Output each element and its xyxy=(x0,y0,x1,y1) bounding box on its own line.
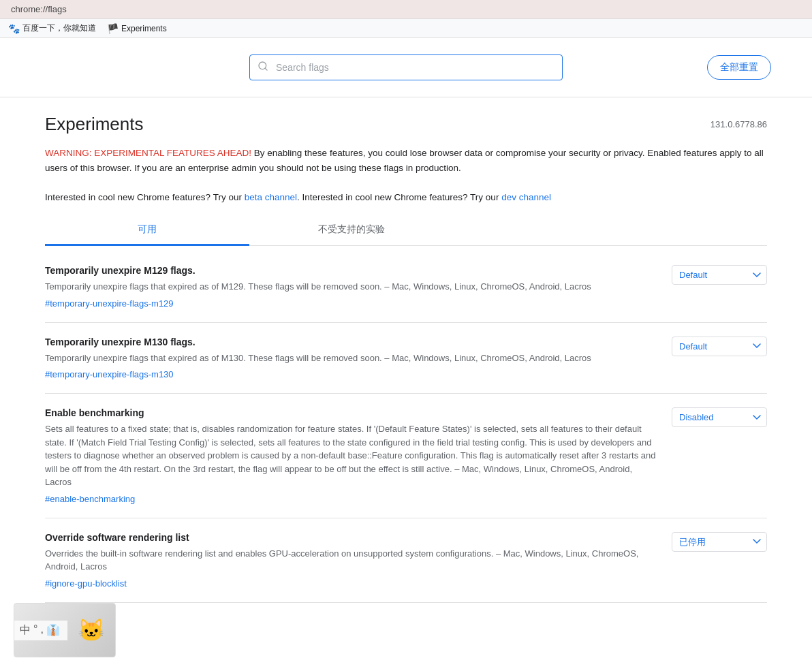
flag-desc-m130: Temporarily unexpire flags that expired … xyxy=(45,352,661,365)
search-container xyxy=(249,54,563,80)
flag-item-benchmarking: Enable benchmarking Sets all features to… xyxy=(45,394,767,518)
flag-control-benchmarking: Default Enabled Disabled xyxy=(672,407,767,427)
thumbnail-content: 中 ° , 👔 xyxy=(14,621,67,640)
flag-title-m130: Temporarily unexpire M130 flags. xyxy=(45,337,661,347)
tab-unsupported[interactable]: 不受支持的实验 xyxy=(249,215,454,246)
title-bar: chrome://flags xyxy=(0,0,812,19)
flag-item-m129: Temporarily unexpire M129 flags. Tempora… xyxy=(45,251,767,323)
url-display: chrome://flags xyxy=(11,4,67,14)
flags-list: Temporarily unexpire M129 flags. Tempora… xyxy=(45,246,767,603)
flag-desc-m129: Temporarily unexpire flags that expired … xyxy=(45,280,661,294)
reset-button[interactable]: 全部重置 xyxy=(707,55,771,80)
flag-link-software-rendering[interactable]: #ignore-gpu-blocklist xyxy=(45,578,127,589)
thumbnail-icons: 中 ° , 👔 xyxy=(20,623,60,638)
svg-line-1 xyxy=(265,68,267,70)
flag-select-software-rendering[interactable]: Default 已停用 已启用 xyxy=(672,532,767,552)
flag-desc-benchmarking: Sets all features to a fixed state; that… xyxy=(45,422,661,489)
thumbnail-icon-zh: 中 xyxy=(20,623,31,638)
flag-item-m130: Temporarily unexpire M130 flags. Tempora… xyxy=(45,323,767,394)
bookmark-bar: 🐾 百度一下，你就知道 🏴 Experiments xyxy=(0,19,812,38)
search-area: 全部重置 xyxy=(0,38,812,97)
flag-select-m130[interactable]: Default Enabled Disabled xyxy=(672,337,767,356)
flag-link-m129[interactable]: #temporary-unexpire-flags-m129 xyxy=(45,298,174,309)
channel-part1: Interested in cool new Chrome features? … xyxy=(45,192,245,202)
flag-control-m130: Default Enabled Disabled xyxy=(672,337,767,356)
page-title: Experiments xyxy=(45,114,144,135)
search-input[interactable] xyxy=(249,54,563,80)
dev-channel-link[interactable]: dev channel xyxy=(501,192,551,202)
channel-paragraph: Interested in cool new Chrome features? … xyxy=(45,190,767,205)
bookmark-experiments[interactable]: 🏴 Experiments xyxy=(107,23,167,34)
flag-title-m129: Temporarily unexpire M129 flags. xyxy=(45,265,661,276)
flag-title-benchmarking: Enable benchmarking xyxy=(45,407,661,418)
flag-item-software-rendering: Override software rendering list Overrid… xyxy=(45,518,767,603)
experiments-bookmark-icon: 🏴 xyxy=(107,23,119,34)
flag-link-benchmarking[interactable]: #enable-benchmarking xyxy=(45,494,135,504)
version-text: 131.0.6778.86 xyxy=(710,119,767,129)
bookmark-baidu[interactable]: 🐾 百度一下，你就知道 xyxy=(8,22,96,34)
flag-desc-software-rendering: Overrides the built-in software renderin… xyxy=(45,547,661,574)
tabs-container: 可用 不受支持的实验 xyxy=(45,215,767,246)
flag-select-benchmarking[interactable]: Default Enabled Disabled xyxy=(672,407,767,427)
cat-image: 🐱 xyxy=(67,604,115,657)
baidu-icon: 🐾 xyxy=(8,23,20,34)
thumbnail-icon-shirt: 👔 xyxy=(46,623,60,638)
thumbnail: 中 ° , 👔 🐱 xyxy=(14,603,116,657)
tab-available[interactable]: 可用 xyxy=(45,215,249,246)
thumbnail-icon-comma: , xyxy=(40,623,43,638)
flag-content-software-rendering: Override software rendering list Overrid… xyxy=(45,532,661,589)
page-header: Experiments 131.0.6778.86 xyxy=(45,114,767,135)
warning-section: WARNING: EXPERIMENTAL FEATURES AHEAD! By… xyxy=(45,146,767,204)
flag-control-software-rendering: Default 已停用 已启用 xyxy=(672,532,767,552)
flag-link-m130[interactable]: #temporary-unexpire-flags-m130 xyxy=(45,369,174,379)
beta-channel-link[interactable]: beta channel xyxy=(245,192,297,202)
main-content: 全部重置 Experiments 131.0.6778.86 WARNING: … xyxy=(0,38,812,660)
content-area: Experiments 131.0.6778.86 WARNING: EXPER… xyxy=(18,97,794,619)
warning-prefix: WARNING: EXPERIMENTAL FEATURES AHEAD! xyxy=(45,148,251,158)
flag-select-m129[interactable]: Default Enabled Disabled xyxy=(672,265,767,285)
flag-title-software-rendering: Override software rendering list xyxy=(45,532,661,543)
thumbnail-icon-degree: ° xyxy=(33,623,37,638)
flag-content-m130: Temporarily unexpire M130 flags. Tempora… xyxy=(45,337,661,380)
search-icon xyxy=(257,61,268,74)
warning-paragraph: WARNING: EXPERIMENTAL FEATURES AHEAD! By… xyxy=(45,146,767,175)
channel-part2: . Interested in cool new Chrome features… xyxy=(297,192,501,202)
bookmark-baidu-label: 百度一下，你就知道 xyxy=(22,22,96,34)
bookmark-experiments-label: Experiments xyxy=(121,24,167,33)
flag-content-benchmarking: Enable benchmarking Sets all features to… xyxy=(45,407,661,504)
flag-control-m129: Default Enabled Disabled xyxy=(672,265,767,285)
flag-content-m129: Temporarily unexpire M129 flags. Tempora… xyxy=(45,265,661,309)
